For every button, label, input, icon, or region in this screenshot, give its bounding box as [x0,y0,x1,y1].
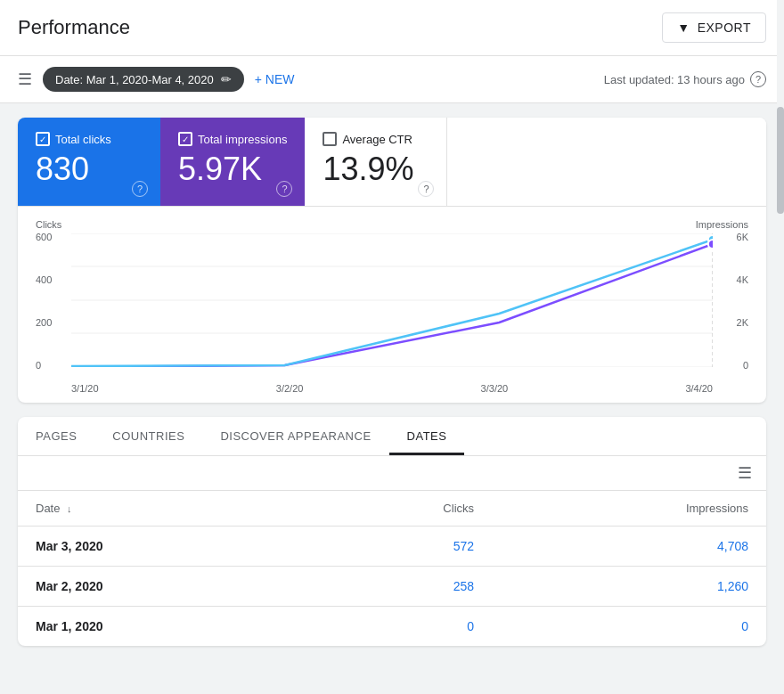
table-row: Mar 2, 2020 258 1,260 [18,567,766,607]
download-icon: ▼ [677,20,690,35]
impressions-cell[interactable]: 0 [492,607,766,647]
tab-discover-appearance[interactable]: DISCOVER APPEARANCE [202,417,388,455]
tab-pages[interactable]: PAGES [18,417,94,455]
ctr-value: 13.9% [323,150,429,188]
ctr-label: Average CTR [342,133,412,146]
scrollbar-thumb[interactable] [777,107,784,214]
clicks-checkbox[interactable]: ✓ [36,132,50,146]
impressions-cell[interactable]: 4,708 [492,527,766,567]
date-cell: Mar 1, 2020 [18,607,306,647]
last-updated-text: Last updated: 13 hours ago [604,73,745,86]
new-filter-button[interactable]: + NEW [255,72,295,86]
tab-countries[interactable]: COUNTRIES [94,417,202,455]
data-table: Date ↓ Clicks Impressions Mar 3, 2020 57… [18,491,766,646]
menu-icon[interactable]: ☰ [18,69,32,89]
filter-icon[interactable]: ☰ [738,463,752,483]
export-button[interactable]: ▼ EXPORT [662,12,766,43]
impressions-column-header[interactable]: Impressions [492,491,766,527]
page-title: Performance [18,16,130,39]
clicks-cell[interactable]: 572 [306,527,492,567]
table-filter-row: ☰ [18,456,766,491]
metric-tile-position [447,118,766,206]
ctr-help-icon[interactable]: ? [418,181,434,197]
clicks-label: Total clicks [55,133,111,146]
table-row: Mar 3, 2020 572 4,708 [18,527,766,567]
sort-arrow-icon: ↓ [67,503,72,514]
tab-dates[interactable]: DATES [389,417,465,455]
scrollbar-track[interactable] [777,0,784,660]
tabs-card: PAGES COUNTRIES DISCOVER APPEARANCE DATE… [18,417,766,646]
x-axis-labels: 3/1/20 3/2/20 3/3/20 3/4/20 [71,383,713,394]
date-cell: Mar 2, 2020 [18,567,306,607]
left-y-axis: 600 400 200 0 [36,232,52,371]
chart-area: Clicks Impressions 600 400 200 0 6K 4K 2… [18,207,766,403]
clicks-column-header[interactable]: Clicks [306,491,492,527]
impressions-checkbox[interactable]: ✓ [178,132,192,146]
date-cell: Mar 3, 2020 [18,527,306,567]
x-label-3: 3/3/20 [481,383,509,394]
help-icon[interactable]: ? [750,71,766,87]
stats-card: ✓ Total clicks 830 ? ✓ Total impressions… [18,118,766,403]
metric-tile-ctr[interactable]: Average CTR 13.9% ? [305,118,447,206]
table-row: Mar 1, 2020 0 0 [18,607,766,647]
metric-tile-clicks[interactable]: ✓ Total clicks 830 ? [18,118,160,206]
impressions-value: 5.97K [178,150,287,188]
x-label-1: 3/1/20 [71,383,99,394]
date-column-header[interactable]: Date ↓ [18,491,306,527]
right-y-axis: 6K 4K 2K 0 [737,232,748,371]
impressions-cell[interactable]: 1,260 [492,567,766,607]
clicks-cell[interactable]: 258 [306,567,492,607]
clicks-cell[interactable]: 0 [306,607,492,647]
pencil-icon: ✏ [221,72,232,86]
tabs-row: PAGES COUNTRIES DISCOVER APPEARANCE DATE… [18,417,766,456]
x-label-4: 3/4/20 [685,383,713,394]
clicks-help-icon[interactable]: ? [132,181,148,197]
svg-point-7 [708,240,713,249]
clicks-value: 830 [36,150,143,188]
new-filter-label: + NEW [255,72,295,86]
date-filter-chip[interactable]: Date: Mar 1, 2020-Mar 4, 2020 ✏ [43,67,244,92]
metric-tiles: ✓ Total clicks 830 ? ✓ Total impressions… [18,118,766,207]
metric-tile-impressions[interactable]: ✓ Total impressions 5.97K ? [160,118,305,206]
x-label-2: 3/2/20 [276,383,304,394]
chart-svg [71,233,713,367]
clicks-axis-title: Clicks [36,219,61,230]
ctr-checkbox[interactable] [323,132,337,146]
impressions-axis-title: Impressions [696,219,748,230]
impressions-help-icon[interactable]: ? [276,181,292,197]
impressions-label: Total impressions [198,133,287,146]
